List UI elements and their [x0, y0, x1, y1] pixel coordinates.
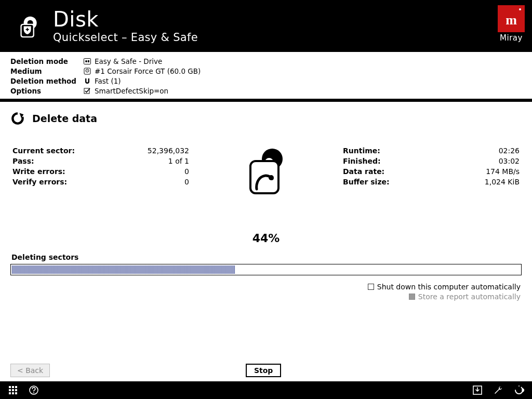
checkbox-icon	[83, 87, 91, 95]
brand-logo: m Miray	[498, 5, 525, 43]
svg-rect-14	[250, 161, 278, 193]
report-option-label: Store a report automatically	[418, 292, 521, 301]
finished-value: 03:02	[499, 157, 520, 167]
svg-rect-16	[9, 386, 11, 388]
pass-value: 1 of 1	[168, 157, 189, 167]
app-header: Disk Quickselect – Easy & Safe m Miray	[0, 0, 532, 52]
svg-rect-17	[12, 386, 14, 388]
brand-name: Miray	[498, 33, 525, 43]
checkbox-disabled-icon	[409, 294, 415, 300]
data-rate-label: Data rate:	[343, 167, 384, 178]
header-title-block: Disk Quickselect – Easy & Safe	[53, 8, 198, 44]
section-heading: Delete data	[0, 102, 532, 129]
svg-rect-23	[12, 392, 14, 394]
svg-rect-6	[88, 60, 89, 62]
button-row: < Back Stop	[0, 364, 532, 377]
tools-icon[interactable]	[493, 384, 504, 396]
svg-rect-22	[9, 392, 11, 394]
magnet-icon	[83, 77, 91, 85]
pass-label: Pass:	[12, 157, 34, 167]
refresh-icon	[10, 111, 25, 126]
svg-point-5	[85, 60, 87, 62]
deletion-method-label: Deletion method	[10, 77, 83, 85]
runtime-value: 02:26	[499, 147, 520, 157]
drive-mode-icon	[83, 58, 91, 64]
footer-bar	[0, 381, 532, 399]
disk-icon	[83, 68, 91, 75]
progress-bar	[10, 264, 522, 275]
write-errors-label: Write errors:	[12, 167, 65, 178]
progress-percent: 44%	[0, 232, 532, 245]
help-icon[interactable]	[28, 384, 39, 396]
deletion-method-value: Fast (1)	[95, 77, 121, 85]
verify-errors-label: Verify errors:	[12, 178, 67, 188]
buffer-size-value: 1,024 KiB	[485, 178, 520, 188]
progress-fill	[12, 265, 235, 274]
app-subtitle: Quickselect – Easy & Safe	[53, 31, 198, 44]
stats-area: Current sector:52,396,032 Pass:1 of 1 Wr…	[0, 129, 532, 202]
stop-button[interactable]: Stop	[246, 364, 281, 377]
options-value: SmartDefectSkip=on	[95, 87, 168, 95]
svg-rect-19	[9, 389, 11, 391]
import-icon[interactable]	[472, 384, 483, 396]
checkbox-unchecked-icon[interactable]	[368, 284, 374, 290]
options-label: Options	[10, 87, 83, 95]
disk-shield-icon	[16, 14, 42, 40]
operation-icon	[189, 147, 343, 196]
data-rate-value: 174 MB/s	[486, 167, 520, 178]
finished-label: Finished:	[343, 157, 381, 167]
apps-grid-icon[interactable]	[7, 384, 19, 396]
deletion-mode-value: Easy & Safe - Drive	[95, 57, 162, 65]
verify-errors-value: 0	[184, 178, 189, 188]
medium-label: Medium	[10, 67, 83, 75]
svg-rect-24	[15, 392, 17, 394]
svg-rect-10	[84, 88, 89, 94]
svg-point-26	[33, 392, 34, 393]
app-title: Disk	[53, 8, 198, 30]
shutdown-option-label: Shut down this computer automatically	[377, 283, 521, 291]
medium-value: #1 Corsair Force GT (60.0 GB)	[95, 67, 201, 75]
svg-point-9	[87, 70, 88, 71]
stats-left: Current sector:52,396,032 Pass:1 of 1 Wr…	[12, 147, 189, 196]
current-sector-label: Current sector:	[12, 147, 75, 157]
write-errors-value: 0	[184, 167, 189, 178]
svg-point-15	[269, 175, 274, 180]
stats-right: Runtime:02:26 Finished:03:02 Data rate:1…	[343, 147, 520, 196]
power-icon[interactable]	[513, 384, 525, 396]
report-option: Store a report automatically	[0, 291, 521, 301]
buffer-size-label: Buffer size:	[343, 178, 390, 188]
deletion-mode-label: Deletion mode	[10, 57, 83, 65]
config-summary: Deletion mode Easy & Safe - Drive Medium…	[0, 52, 532, 99]
section-title: Delete data	[32, 113, 97, 124]
post-options: Shut down this computer automatically St…	[0, 275, 532, 301]
back-button[interactable]: < Back	[10, 364, 50, 377]
svg-rect-21	[15, 389, 17, 391]
shutdown-option[interactable]: Shut down this computer automatically	[0, 282, 521, 291]
runtime-label: Runtime:	[343, 147, 380, 157]
svg-rect-20	[12, 389, 14, 391]
progress-action-label: Deleting sectors	[11, 253, 532, 261]
svg-rect-18	[15, 386, 17, 388]
current-sector-value: 52,396,032	[148, 147, 189, 157]
